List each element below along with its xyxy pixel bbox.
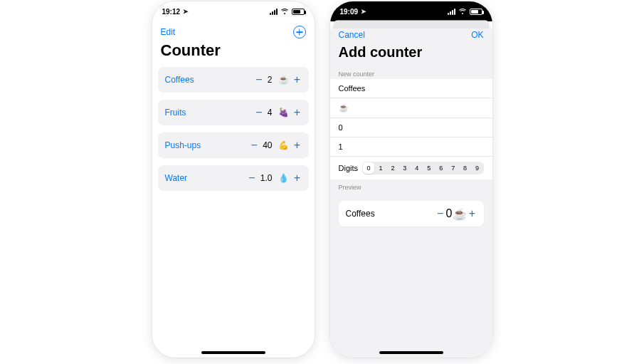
- step-field[interactable]: 1: [330, 137, 492, 157]
- cancel-button[interactable]: Cancel: [339, 30, 365, 40]
- preview-container: Coffees − 0 ☕️ +: [330, 192, 492, 227]
- counter-emoji: ☕️: [278, 75, 289, 85]
- preview-row: Coffees − 0 ☕️ +: [339, 201, 484, 227]
- counter-list: Coffees − 2 ☕️ + Fruits − 4 🍇 + Push-ups…: [152, 67, 315, 191]
- increment-button[interactable]: +: [292, 107, 303, 118]
- location-icon: ➤: [183, 8, 189, 15]
- counter-row[interactable]: Water − 1.0 💧 +: [158, 165, 309, 191]
- digits-option[interactable]: 6: [436, 162, 447, 174]
- status-bar: 19:12 ➤: [152, 1, 315, 21]
- digits-option[interactable]: 3: [399, 162, 411, 174]
- cellular-icon: [448, 9, 455, 15]
- home-indicator: [379, 351, 443, 354]
- counter-name: Coffees: [165, 75, 253, 85]
- edit-button[interactable]: Edit: [161, 27, 176, 37]
- phone-counter-list: 19:12 ➤ Edit Counter Coffees − 2 ☕️ + Fr…: [152, 1, 315, 358]
- digits-option[interactable]: 1: [375, 162, 386, 174]
- decrement-button[interactable]: −: [253, 107, 265, 118]
- counter-emoji: 💧: [278, 173, 289, 183]
- increment-button[interactable]: +: [467, 208, 478, 219]
- add-counter-sheet: Cancel OK Add counter New counter Coffee…: [330, 24, 492, 358]
- home-indicator: [201, 351, 265, 354]
- digits-field: Digits 0 1 2 3 4 5 6 7 8 9: [330, 157, 492, 180]
- counter-name: Water: [165, 173, 246, 183]
- phone-add-counter: 19:09 ➤ Cancel OK Add counter New counte…: [330, 1, 492, 358]
- sheet-title: Add counter: [330, 43, 492, 66]
- counter-row[interactable]: Coffees − 2 ☕️ +: [158, 67, 309, 93]
- digits-option[interactable]: 7: [448, 162, 459, 174]
- digits-option[interactable]: 5: [423, 162, 435, 174]
- name-field[interactable]: Coffees: [330, 79, 492, 98]
- counter-name: Fruits: [165, 108, 253, 118]
- battery-icon: [470, 9, 482, 15]
- ok-button[interactable]: OK: [471, 30, 483, 40]
- decrement-button[interactable]: −: [248, 140, 260, 151]
- page-title: Counter: [152, 40, 315, 67]
- cellular-icon: [270, 9, 278, 15]
- counter-row[interactable]: Fruits − 4 🍇 +: [158, 100, 309, 125]
- status-time: 19:12: [162, 8, 181, 16]
- counter-emoji: 💪: [278, 140, 289, 150]
- increment-button[interactable]: +: [292, 140, 303, 151]
- navbar: Edit: [152, 21, 315, 40]
- increment-button[interactable]: +: [292, 172, 303, 184]
- sheet-backdrop: [333, 20, 489, 28]
- counter-value: 40: [263, 140, 272, 150]
- counter-value: 1.0: [260, 173, 273, 183]
- emoji-field[interactable]: ☕️: [330, 98, 492, 118]
- new-counter-form: Coffees ☕️ 0 1 Digits 0 1 2 3 4 5 6 7 8 …: [330, 79, 492, 180]
- digits-option[interactable]: 9: [472, 162, 483, 174]
- counter-row[interactable]: Push-ups − 40 💪 +: [158, 132, 309, 158]
- increment-button[interactable]: +: [292, 74, 303, 85]
- preview-name: Coffees: [346, 209, 435, 219]
- section-header-preview: Preview: [330, 180, 492, 192]
- decrement-button[interactable]: −: [435, 208, 446, 219]
- decrement-button[interactable]: −: [253, 74, 265, 85]
- preview-emoji: ☕️: [453, 207, 467, 221]
- status-time: 19:09: [340, 8, 359, 16]
- digits-option[interactable]: 0: [363, 162, 374, 174]
- digits-label: Digits: [339, 164, 359, 172]
- counter-value: 4: [268, 108, 273, 118]
- preview-value: 0: [446, 207, 453, 220]
- wifi-icon: [280, 9, 289, 15]
- location-icon: ➤: [361, 8, 366, 15]
- wifi-icon: [458, 9, 467, 15]
- counter-emoji: 🍇: [278, 108, 289, 118]
- section-header-new: New counter: [330, 66, 492, 79]
- decrement-button[interactable]: −: [246, 172, 258, 184]
- digits-option[interactable]: 8: [460, 162, 471, 174]
- digits-option[interactable]: 2: [387, 162, 398, 174]
- initial-value-field[interactable]: 0: [330, 118, 492, 137]
- counter-name: Push-ups: [165, 140, 249, 150]
- battery-icon: [292, 9, 305, 15]
- digits-segmented[interactable]: 0 1 2 3 4 5 6 7 8 9: [362, 162, 483, 175]
- digits-option[interactable]: 4: [411, 162, 423, 174]
- add-counter-icon[interactable]: [293, 26, 306, 38]
- counter-value: 2: [268, 75, 273, 85]
- status-bar: 19:09 ➤: [330, 1, 492, 21]
